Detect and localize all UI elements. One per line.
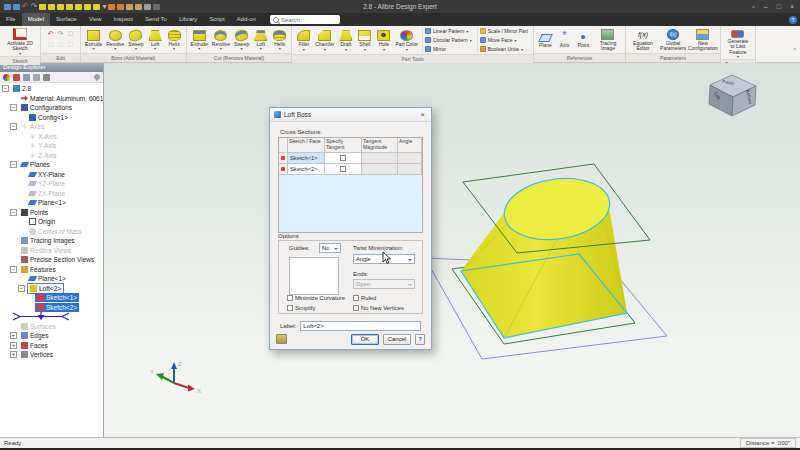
circular-pattern-button[interactable]: Circular Pattern▾ [425,36,472,44]
revolve-button[interactable]: Revolve▾ [105,29,125,50]
scale-mirror-part-button[interactable]: Scale / Mirror Part [480,27,528,35]
chamfer-quick-icon[interactable] [93,4,100,10]
fillet-button[interactable]: Fillet▾ [295,29,312,50]
select-window-icon[interactable]: □ [66,29,75,39]
plane-button[interactable]: Plane [537,31,554,48]
global-parameters-button[interactable]: f(x)Global Parameters [659,28,687,52]
shell-button[interactable]: Shell▾ [356,29,373,50]
tree-item-x-axis[interactable]: ∗X-Axis [0,132,103,142]
ribbon-help-button[interactable]: ? [789,16,797,24]
simplify-checkbox[interactable] [287,305,293,311]
zoom-window-tool-icon[interactable] [153,4,160,10]
insert-position-marker[interactable] [0,312,103,322]
tree-item-configurations[interactable]: −Configurations [0,103,103,113]
app-window-button[interactable]: ▫ [752,0,754,13]
extrude-button[interactable]: Extrude▾ [190,29,209,50]
point-button[interactable]: Point [575,30,592,48]
move-face-button[interactable]: Move Face▾ [480,36,528,44]
sketch-tool-1-icon[interactable] [108,4,115,10]
generate-to-last-feature-button[interactable]: Generate to Last Feature▾ [724,27,752,58]
tree-item-config-1[interactable]: Config<1> [0,113,103,123]
sweep-button[interactable]: Sweep▾ [233,29,250,50]
mirror-button[interactable]: Mirror [425,45,472,53]
tree-options-icon[interactable] [43,74,50,81]
tree-item-points[interactable]: −Points [0,208,103,218]
sketch-face-cell[interactable]: Sketch<1> [288,153,325,164]
menu-tab-inspect[interactable]: Inspect [108,13,139,26]
collapse-toggle-icon[interactable]: − [10,266,17,273]
tree-item-loft-2[interactable]: −Loft<2> [0,284,103,294]
dialog-close-button[interactable]: × [418,108,427,121]
menu-tab-send-to[interactable]: Send To [139,13,173,26]
search-box[interactable] [270,15,340,24]
tree-item-features[interactable]: −Features [0,265,103,275]
tree-item-surfaces[interactable]: Surfaces [0,322,103,332]
undo-icon[interactable]: ↶ [22,4,29,10]
loft-button[interactable]: Loft▾ [252,29,269,50]
dimension-tool-icon[interactable] [135,4,142,10]
expand-toggle-icon[interactable]: + [10,342,17,349]
boolean-unite-button[interactable]: Boolean Unite▾ [480,45,528,53]
sweep-button[interactable]: Sweep▾ [127,29,144,50]
cross-section-row-sketch-2[interactable]: Sketch<2> [279,164,422,175]
tree-item-vertices[interactable]: +Vertices [0,350,103,360]
tree-item-plane-1[interactable]: Plane<1> [0,198,103,208]
tree-item-precise-section-views[interactable]: Precise Section Views [0,255,103,265]
specify-tangent-checkbox[interactable] [340,155,346,161]
new-configuration-button[interactable]: New Configuration [689,28,717,52]
menu-tab-file[interactable]: File [0,13,22,26]
collapse-toggle-icon[interactable]: − [18,285,25,292]
redo-icon[interactable]: ↷ [56,29,65,39]
loft-boss-quick-icon[interactable] [66,4,73,10]
activate-2d-sketch-button[interactable]: Activate 2D Sketch▾ [3,27,37,55]
tree-item-axes[interactable]: −∗Axes [0,122,103,132]
specify-tangent-checkbox[interactable] [340,166,346,172]
tree-item-planes[interactable]: −Planes [0,160,103,170]
dialog-help-button[interactable]: ? [415,334,425,345]
cut-icon[interactable]: □ [46,40,55,50]
tree-item-sketch-1[interactable]: Sketch<1> [0,293,103,303]
measure-tool-icon[interactable] [126,4,133,10]
save-icon[interactable] [13,4,20,10]
extrude-button[interactable]: Extrude▾ [84,29,103,50]
guides-dropdown[interactable]: No [319,243,341,253]
tree-item-yz-plane[interactable]: YZ-Plane [0,179,103,189]
pin-icon[interactable] [93,73,101,81]
linear-pattern-button[interactable]: Linear Pattern▾ [425,27,472,35]
tree-item-edges[interactable]: +Edges [0,331,103,341]
tracing-image-button[interactable]: Tracing Image [594,28,622,52]
collapse-toggle-icon[interactable]: − [10,161,17,168]
guides-list[interactable] [289,257,339,295]
checkbox-minimize-curvature[interactable]: Minimize Curvature [287,295,353,301]
tree-item-2-8[interactable]: −2.8 [0,84,103,94]
tree-item-zx-plane[interactable]: ZX-Plane [0,189,103,199]
redo-icon[interactable]: ↷ [31,4,38,10]
collapse-toggle-icon[interactable]: − [10,104,17,111]
sketch-face-cell[interactable]: Sketch<2> [288,164,325,175]
helix-boss-quick-icon[interactable] [75,4,82,10]
helix-button[interactable]: Helix▾ [166,29,183,50]
display-options-icon[interactable] [23,74,30,81]
search-input[interactable] [281,17,337,23]
part-color-button[interactable]: Part Color▾ [394,29,419,50]
minimize-button[interactable]: – [764,0,768,13]
new-part-icon[interactable] [4,4,11,10]
tree-item-y-axis[interactable]: ∗Y-Axis [0,141,103,151]
draft-button[interactable]: Draft▾ [337,29,354,50]
no-new-vertices-checkbox[interactable] [353,305,359,311]
chamfer-button[interactable]: Chamfer▾ [314,29,335,50]
revolve-boss-quick-icon[interactable] [48,4,55,10]
tree-item-redline-views[interactable]: Redline Views [0,246,103,256]
paste-icon[interactable]: □ [66,40,75,50]
undo-icon[interactable]: ↶ [46,29,55,39]
preview-icon[interactable] [276,334,287,344]
copy-icon[interactable]: □ [56,40,65,50]
ribbon-collapse-button[interactable]: ^ [793,47,796,53]
ok-button[interactable]: OK [351,334,379,345]
sweep-boss-quick-icon[interactable] [57,4,64,10]
axis-button[interactable]: *Axis [556,30,573,48]
menu-tab-model[interactable]: Model [22,13,50,26]
color-wheel-icon[interactable] [3,74,10,81]
collapse-toggle-icon[interactable]: − [2,85,9,92]
comments-icon[interactable] [33,74,40,81]
